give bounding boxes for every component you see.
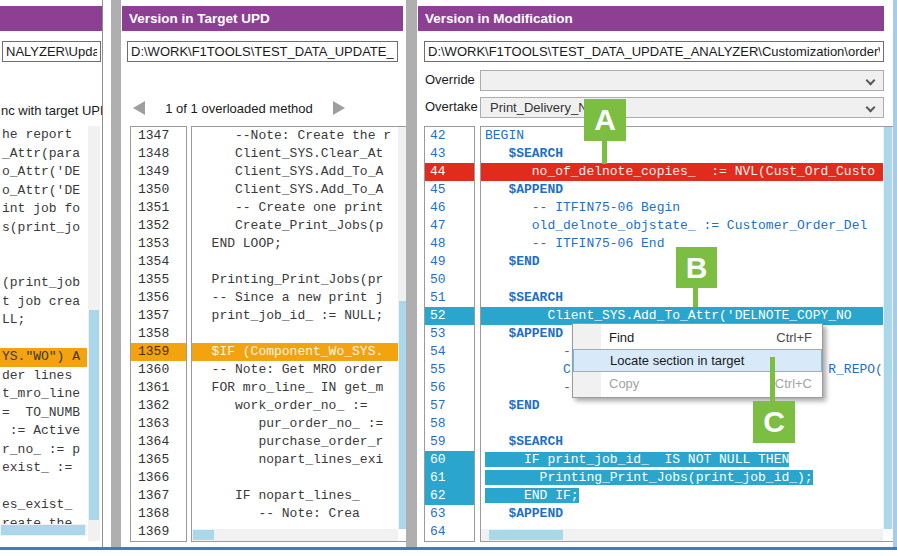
code-line: he report: [0, 126, 87, 145]
line-number: 52: [425, 307, 474, 325]
code-text: $APPEND: [485, 326, 563, 341]
left-path-input[interactable]: [2, 41, 101, 62]
window-bottom-border: [0, 547, 897, 550]
overtake-dropdown[interactable]: Print_Delivery_N: [480, 97, 884, 118]
left-vertical-scrollbar-thumb[interactable]: [89, 310, 99, 520]
mod-path-input[interactable]: [424, 41, 884, 62]
line-number: 62: [425, 487, 474, 505]
code-line: Client_SYS.Add_To_A: [192, 181, 409, 199]
code-text: -- ITFIN75-06 End: [485, 236, 664, 251]
line-number: 1361: [131, 379, 186, 397]
line-number: 46: [425, 199, 474, 217]
code-line: [192, 469, 409, 487]
target-horizontal-scrollbar-thumb[interactable]: [193, 530, 214, 540]
code-line: --Note: Create the r: [192, 127, 409, 145]
target-path-input[interactable]: [127, 41, 398, 62]
code-line: Client_SYS.Clear_At: [192, 145, 409, 163]
menu-item-locate-section-in-target[interactable]: Locate section in target: [573, 349, 822, 372]
line-number: 59: [425, 433, 474, 451]
menu-item-label: Locate section in target: [610, 350, 744, 371]
code-line: = TO_NUMB: [0, 404, 87, 423]
line-number: 1350: [131, 181, 186, 199]
next-overload-button[interactable]: [333, 101, 345, 115]
code-text: $APPEND: [485, 182, 563, 197]
code-line: exist_ :=: [0, 459, 87, 478]
left-vertical-scrollbar[interactable]: [88, 126, 100, 541]
mod-horizontal-scrollbar[interactable]: [481, 529, 883, 541]
code-line: LL;: [0, 311, 87, 330]
code-text: $APPEND: [485, 506, 563, 521]
line-number: 1363: [131, 415, 186, 433]
code-line: Printing_Print_Jobs(pr: [192, 271, 409, 289]
code-line: YS."WO") A: [0, 348, 87, 367]
code-line: BEGIN: [481, 127, 893, 145]
code-line: $SEARCH: [481, 145, 893, 163]
context-menu: Find Ctrl+F Locate section in target Cop…: [572, 323, 823, 398]
line-number: 1356: [131, 289, 186, 307]
code-text: FOR mro_line_ IN get_m: [196, 380, 383, 395]
left-status-text: nc with target UPD: [1, 103, 103, 118]
code-line: Create_Print_Jobs(p: [192, 217, 409, 235]
window-right-border: [893, 0, 897, 548]
code-text: --: [485, 380, 579, 395]
menu-item-label: Copy: [609, 373, 639, 394]
mod-horizontal-scrollbar-thumb[interactable]: [489, 530, 563, 540]
line-number: 1364: [131, 433, 186, 451]
code-line: [0, 256, 87, 275]
left-horizontal-scrollbar[interactable]: [0, 524, 87, 536]
code-line: old_delnote_objstate_ := Customer_Order_…: [481, 217, 893, 235]
line-number: 1368: [131, 505, 186, 523]
annotation-b-stem: [693, 286, 698, 307]
code-line: _Attr(para: [0, 145, 87, 164]
override-dropdown[interactable]: [480, 70, 884, 91]
menu-item-shortcut: Ctrl+C: [775, 373, 812, 394]
code-line: [0, 478, 87, 497]
line-number: 1353: [131, 235, 186, 253]
code-text: $SEARCH: [485, 290, 563, 305]
code-text: Create_Print_Jobs(p: [196, 218, 383, 233]
target-panel-header: Version in Target UPD: [122, 6, 403, 31]
code-line: $SEARCH: [481, 433, 893, 451]
code-line: -- ITFIN75-06 Begin: [481, 199, 893, 217]
annotation-c-stem: [770, 357, 775, 402]
menu-item-find[interactable]: Find Ctrl+F: [573, 326, 822, 349]
line-number: 1362: [131, 397, 186, 415]
code-line: $END: [481, 397, 893, 415]
code-line: $IF (Component_Wo_SYS.: [192, 343, 409, 361]
code-text: END LOOP;: [196, 236, 282, 251]
line-number: 55: [425, 361, 474, 379]
splitter-left[interactable]: [111, 0, 121, 548]
code-text: -- ITFIN75-06 Begin: [485, 200, 680, 215]
line-number: 42: [425, 127, 474, 145]
diff-merge-window: nc with target UPD he report_Attr(parao_…: [0, 0, 897, 556]
mod-panel-header: Version in Modification: [418, 6, 884, 31]
code-text: Client_SYS.Add_To_A: [196, 164, 383, 179]
left-code-area: he report_Attr(parao_Attr('DEo_Attr('DEi…: [0, 126, 87, 541]
mod-vertical-scrollbar-thumb[interactable]: [884, 127, 892, 529]
splitter-right[interactable]: [406, 0, 417, 548]
line-number: 1359: [131, 343, 186, 361]
mod-vertical-scrollbar[interactable]: [883, 127, 893, 529]
overtake-label: Overtake: [425, 99, 478, 114]
code-line: END LOOP;: [192, 235, 409, 253]
code-line: o_Attr('DE: [0, 182, 87, 201]
code-line: o_Attr('DE: [0, 163, 87, 182]
menu-item-shortcut: Ctrl+F: [776, 327, 812, 348]
code-line: s(print_jo: [0, 219, 87, 238]
target-horizontal-scrollbar[interactable]: [192, 529, 398, 541]
code-line: (print_job: [0, 274, 87, 293]
annotation-c: C: [753, 401, 795, 443]
line-number: 64: [425, 523, 474, 541]
code-text: -- Note: Crea: [196, 506, 360, 521]
menu-item-label: Find: [609, 327, 634, 348]
left-horizontal-scrollbar-thumb[interactable]: [1, 525, 85, 535]
code-text: --: [485, 344, 579, 359]
code-line: t_mro_line: [0, 385, 87, 404]
code-text: IF print_job_id_ IS NOT NULL THEN: [485, 452, 789, 467]
previous-overload-button[interactable]: [133, 101, 145, 115]
menu-item-copy[interactable]: Copy Ctrl+C: [573, 372, 822, 395]
code-text: purchase_order_r: [196, 434, 383, 449]
code-text: -- Create one print: [196, 200, 391, 215]
target-code-area: --Note: Create the r Client_SYS.Clear_At…: [191, 126, 410, 542]
code-line: -- Since a new print j: [192, 289, 409, 307]
